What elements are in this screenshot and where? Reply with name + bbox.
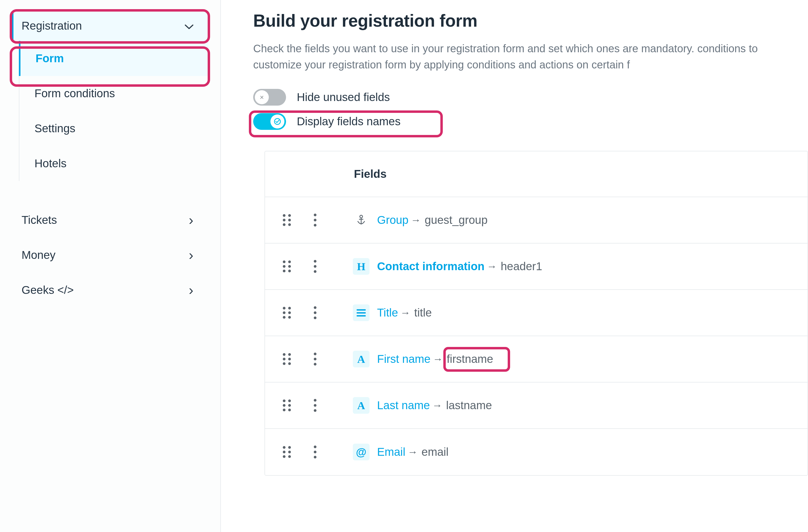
header-type-icon: H (353, 258, 369, 275)
svg-point-15 (288, 270, 291, 272)
sidebar-sub-items: Form Form conditions Settings Hotels (19, 41, 208, 181)
sidebar-section-registration[interactable]: Registration (12, 11, 208, 41)
svg-point-3 (283, 219, 286, 221)
arrow-right-icon: → (432, 400, 442, 411)
sidebar-item-label: Hotels (35, 157, 67, 170)
svg-point-7 (360, 215, 363, 218)
sidebar-item-settings[interactable]: Settings (19, 111, 208, 146)
arrow-right-icon: → (400, 307, 410, 319)
field-row: H Contact information → header1 (265, 243, 807, 290)
row-menu-button[interactable] (296, 214, 334, 226)
field-row: Title → title (265, 290, 807, 336)
svg-point-18 (283, 311, 286, 314)
svg-point-6 (288, 223, 291, 226)
svg-point-32 (283, 409, 286, 411)
field-row: A Last name → lastname (265, 383, 807, 429)
svg-point-19 (288, 311, 291, 314)
field-label[interactable]: Last name (377, 399, 430, 412)
sidebar-item-label: Form conditions (35, 87, 115, 100)
arrow-right-icon: → (411, 215, 421, 226)
chevron-right-icon: › (189, 247, 194, 263)
row-menu-button[interactable] (296, 260, 334, 273)
field-internal-name: header1 (501, 260, 542, 273)
email-type-icon: @ (353, 444, 369, 460)
svg-point-5 (283, 223, 286, 226)
svg-point-17 (288, 307, 291, 310)
field-internal-name: guest_group (425, 214, 488, 226)
field-label[interactable]: Contact information (377, 260, 484, 273)
sidebar-section-money[interactable]: Money › (12, 238, 208, 273)
text-type-icon: A (353, 397, 369, 414)
svg-point-22 (283, 353, 286, 356)
row-menu-button[interactable] (296, 399, 334, 412)
field-internal-name: title (414, 306, 432, 319)
svg-point-38 (283, 455, 286, 458)
drag-handle-icon[interactable] (277, 306, 296, 319)
svg-point-27 (288, 362, 291, 365)
field-internal-name: lastname (446, 399, 492, 412)
arrow-right-icon: → (433, 353, 443, 365)
page-title: Build your registration form (253, 11, 808, 31)
svg-point-24 (283, 358, 286, 361)
svg-point-36 (283, 451, 286, 453)
toggle-switch-display-names[interactable] (253, 113, 286, 130)
anchor-icon (353, 212, 369, 228)
svg-point-26 (283, 362, 286, 365)
sidebar-item-form-conditions[interactable]: Form conditions (19, 76, 208, 111)
field-label[interactable]: Group (377, 214, 408, 226)
svg-point-11 (288, 260, 291, 263)
toggles: × Hide unused fields Display fields name… (253, 89, 808, 130)
fields-panel: Fields Group → guest_group H Co (264, 151, 808, 476)
svg-point-16 (283, 307, 286, 310)
drag-handle-icon[interactable] (277, 445, 296, 459)
sidebar-item-form[interactable]: Form (19, 41, 208, 76)
svg-point-29 (288, 400, 291, 402)
field-label[interactable]: Title (377, 306, 398, 319)
svg-point-10 (283, 260, 286, 263)
svg-point-12 (283, 265, 286, 268)
row-menu-button[interactable] (296, 445, 334, 458)
sidebar-section-label: Geeks </> (21, 283, 74, 297)
svg-point-20 (283, 316, 286, 319)
toggle-knob: × (255, 90, 269, 104)
arrow-right-icon: → (407, 446, 418, 458)
svg-point-31 (288, 404, 291, 407)
svg-point-30 (283, 404, 286, 407)
field-row: Group → guest_group (265, 197, 807, 243)
chevron-right-icon: › (189, 282, 194, 298)
row-menu-button[interactable] (296, 353, 334, 366)
svg-point-25 (288, 358, 291, 361)
sidebar-section-label: Money (21, 249, 55, 261)
sidebar-section-label: Tickets (21, 214, 57, 226)
sidebar-item-label: Settings (35, 122, 75, 135)
svg-point-33 (288, 409, 291, 411)
svg-point-37 (288, 451, 291, 453)
field-row: A First name → firstname (265, 336, 807, 383)
svg-point-34 (283, 446, 286, 449)
toggle-hide-unused: × Hide unused fields (253, 89, 808, 106)
drag-handle-icon[interactable] (277, 260, 296, 273)
toggle-knob (271, 114, 284, 128)
drag-handle-icon[interactable] (277, 352, 296, 366)
field-label[interactable]: First name (377, 353, 430, 366)
select-type-icon (353, 305, 369, 321)
sidebar-section-geeks[interactable]: Geeks </> › (12, 273, 208, 308)
drag-handle-icon[interactable] (277, 399, 296, 412)
toggle-switch-hide-unused[interactable]: × (253, 89, 286, 106)
field-internal-name: email (422, 445, 448, 458)
sidebar-item-hotels[interactable]: Hotels (19, 146, 208, 181)
svg-point-23 (288, 353, 291, 356)
field-label[interactable]: Email (377, 445, 405, 458)
svg-point-13 (288, 265, 291, 268)
arrow-right-icon: → (487, 261, 497, 272)
sidebar-section-tickets[interactable]: Tickets › (12, 203, 208, 238)
fields-header-row: Fields (265, 151, 807, 197)
row-menu-button[interactable] (296, 306, 334, 319)
toggle-label: Hide unused fields (297, 91, 390, 104)
chevron-right-icon: › (189, 212, 194, 228)
drag-handle-icon[interactable] (277, 213, 296, 227)
fields-header-label: Fields (354, 168, 386, 181)
sidebar-section-label: Registration (21, 19, 82, 32)
svg-point-21 (288, 316, 291, 319)
field-row: @ Email → email (265, 429, 807, 475)
